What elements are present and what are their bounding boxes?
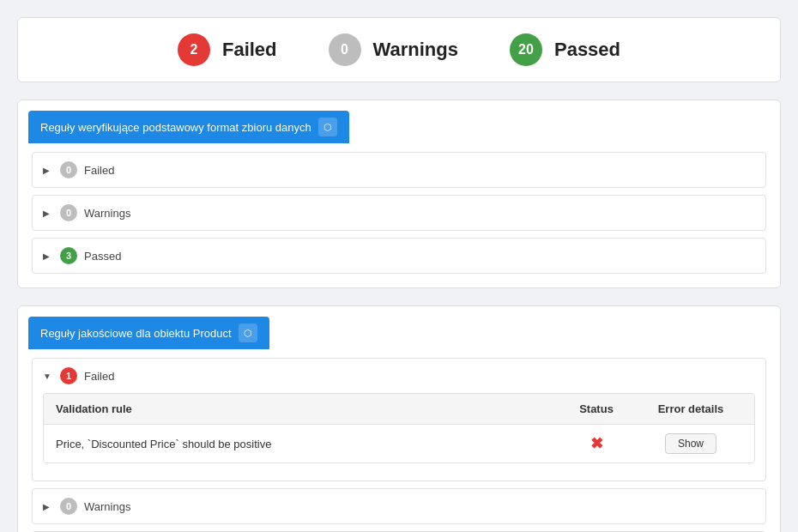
row-label-failed-1: Failed (84, 164, 114, 177)
chevron-down-icon (43, 372, 53, 381)
chevron-right-icon (43, 166, 53, 175)
failed-section-2: 1 Failed Validation rule Status Error de… (32, 358, 766, 481)
row-badge-warnings-1: 0 (60, 204, 77, 221)
table-row: Price, `Discounted Price` should be posi… (44, 425, 754, 462)
section-body-2: 1 Failed Validation rule Status Error de… (18, 349, 780, 532)
database-icon-1: ⬡ (323, 122, 332, 133)
summary-failed: 2 Failed (178, 33, 277, 66)
table-header-row: Validation rule Status Error details (44, 394, 754, 425)
row-failed-1[interactable]: 0 Failed (32, 152, 766, 188)
row-passed-1[interactable]: 3 Passed (32, 238, 766, 274)
failed-badge: 2 (178, 33, 210, 66)
section-header-1: Reguły weryfikujące podstawowy format zb… (28, 111, 349, 143)
error-detail-cell: Show (639, 433, 742, 454)
row-label-warnings-1: Warnings (84, 207, 130, 220)
failed-label: Failed (222, 39, 277, 61)
row-label-warnings-2: Warnings (84, 500, 130, 513)
row-warnings-2[interactable]: 0 Warnings (32, 488, 766, 524)
row-warnings-1[interactable]: 0 Warnings (32, 195, 766, 231)
status-error-icon: ✖ (553, 434, 639, 453)
section-header-2: Reguły jakościowe dla obiektu Product ⬡ (28, 317, 269, 349)
col-status-header: Status (553, 402, 639, 415)
row-label-failed-2: Failed (84, 370, 114, 383)
row-badge-failed-1: 0 (60, 161, 77, 178)
row-badge-failed-2: 1 (60, 367, 77, 384)
col-error-header: Error details (639, 402, 742, 415)
warnings-label: Warnings (373, 39, 458, 61)
table-container: Validation rule Status Error details Pri… (43, 393, 755, 463)
summary-card: 2 Failed 0 Warnings 20 Passed (17, 17, 781, 82)
rule-text: Price, `Discounted Price` should be posi… (56, 438, 553, 450)
section-card-1: Reguły weryfikujące podstawowy format zb… (17, 100, 781, 288)
database-icon-2: ⬡ (244, 328, 252, 339)
passed-label: Passed (554, 39, 620, 61)
passed-badge: 20 (510, 33, 542, 66)
section-icon-btn-1[interactable]: ⬡ (318, 118, 337, 136)
col-rule-header: Validation rule (56, 402, 553, 415)
chevron-right-icon-w2 (43, 502, 53, 511)
section-icon-btn-2[interactable]: ⬡ (239, 323, 257, 342)
chevron-right-icon-w1 (43, 209, 53, 218)
row-badge-warnings-2: 0 (60, 498, 77, 515)
row-label-passed-1: Passed (84, 250, 121, 263)
validation-table: Validation rule Status Error details Pri… (33, 393, 765, 481)
warnings-badge: 0 (329, 33, 361, 66)
row-badge-passed-1: 3 (60, 247, 77, 264)
summary-passed: 20 Passed (510, 33, 620, 66)
failed-header-2[interactable]: 1 Failed (33, 359, 765, 393)
section-header-label-1: Reguły weryfikujące podstawowy format zb… (40, 121, 311, 134)
chevron-right-icon-p1 (43, 251, 53, 261)
show-button[interactable]: Show (665, 433, 716, 454)
summary-warnings: 0 Warnings (329, 33, 458, 66)
section-card-2: Reguły jakościowe dla obiektu Product ⬡ … (17, 305, 781, 532)
section-body-1: 0 Failed 0 Warnings 3 Passed (18, 143, 780, 287)
section-header-label-2: Reguły jakościowe dla obiektu Product (40, 327, 232, 340)
